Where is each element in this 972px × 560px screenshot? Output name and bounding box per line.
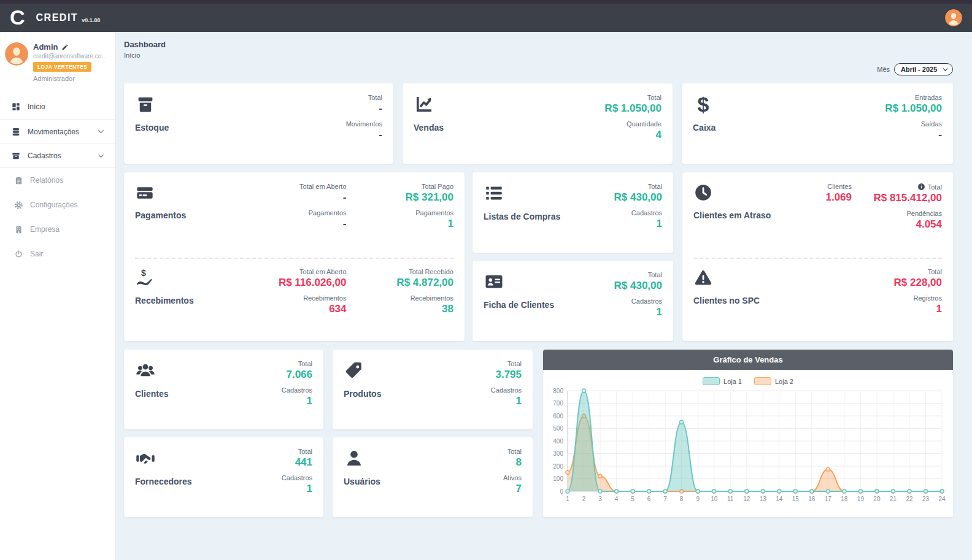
- stat-label: Total: [507, 448, 522, 455]
- dollar-icon: $: [693, 94, 714, 115]
- svg-text:0: 0: [560, 488, 563, 495]
- stat-label: Total: [368, 94, 382, 101]
- card-estoque[interactable]: Estoque Total - Movimentos -: [124, 83, 393, 164]
- svg-text:$: $: [698, 94, 709, 115]
- card-usuarios[interactable]: Usuários Total 8 Ativos 7: [333, 437, 533, 517]
- card-title: Recebimentos: [135, 296, 239, 305]
- stat-value: 4.054: [863, 218, 942, 231]
- legend-swatch: [703, 377, 720, 385]
- box-icon: [135, 94, 156, 115]
- user-name: Admin: [33, 42, 58, 52]
- main-content: Dashboard Início Mês Abril - 2025 Estoqu…: [115, 32, 972, 560]
- svg-text:16: 16: [808, 496, 816, 502]
- card-vendas[interactable]: Vendas Total R$ 1.050,00 Quantidade 4: [403, 83, 673, 164]
- sidebar-item-relatorios[interactable]: Relatórios: [0, 168, 115, 193]
- header-avatar[interactable]: [945, 9, 962, 26]
- card-listas-de-compras[interactable]: Listas de Compras Total R$ 430,00 Cadast…: [472, 172, 673, 253]
- card-pagamentos-recebimentos[interactable]: Pagamentos Total em Aberto - Pagamentos …: [124, 172, 465, 341]
- svg-text:18: 18: [841, 496, 848, 502]
- sidebar-item-label: Configurações: [30, 201, 77, 209]
- chevron-down-icon: [97, 152, 105, 160]
- sidebar-item-label: Cadastros: [28, 152, 61, 160]
- card-title: Usuários: [344, 477, 380, 486]
- stat-value: -: [250, 218, 347, 230]
- card-caixa[interactable]: $ Caixa Entradas R$ 1.050,00 Saídas -: [682, 83, 953, 164]
- legend-swatch: [754, 377, 771, 385]
- sidebar-item-inicio[interactable]: Início: [0, 94, 115, 119]
- stat-value: R$ 116.026,00: [250, 277, 347, 289]
- divider: [693, 258, 942, 259]
- sales-chart-card: Gráfico de Vendas Loja 1 Loja 2 01002003…: [543, 350, 953, 517]
- stat-label: Total: [648, 183, 662, 190]
- sidebar-item-sair[interactable]: Sair: [0, 242, 115, 266]
- sidebar: Admin credit@anronsoftware.co... LOJA VE…: [0, 32, 115, 560]
- stat-label: Cadastros: [631, 297, 662, 305]
- card-title: Ficha de Clientes: [484, 300, 554, 310]
- card-title: Pagamentos: [135, 210, 239, 220]
- month-label: Mês: [877, 66, 890, 73]
- stat-label: Cadastros: [631, 209, 662, 217]
- stat-label: Movimentos: [346, 120, 382, 128]
- svg-text:300: 300: [553, 450, 563, 457]
- card-fornecedores[interactable]: Fornecedores Total 441 Cadastros 1: [124, 437, 323, 517]
- stat-value: R$ 321,00: [358, 191, 454, 204]
- svg-text:100: 100: [553, 475, 563, 482]
- user-icon: [344, 448, 364, 469]
- stat-value: 8: [503, 456, 522, 469]
- stat-label: Total: [928, 183, 942, 191]
- credit-card-icon: [135, 183, 155, 202]
- sidebar-item-movimentacoes[interactable]: Movimentações: [0, 119, 115, 144]
- app-version: v0.1.88: [82, 17, 100, 23]
- edit-profile-icon[interactable]: [61, 44, 69, 51]
- card-title: Caixa: [693, 123, 716, 132]
- stat-value: 634: [250, 303, 347, 315]
- svg-text:15: 15: [792, 496, 800, 502]
- divider: [135, 258, 453, 259]
- sidebar-item-label: Sair: [30, 250, 43, 258]
- svg-text:14: 14: [776, 496, 783, 502]
- user-block: Admin credit@anronsoftware.co... LOJA VE…: [0, 32, 115, 88]
- stat-value: R$ 228,00: [894, 277, 942, 289]
- list-icon: [484, 183, 504, 204]
- card-atraso-spc[interactable]: Clientes em Atraso Clientes 1.069 Total …: [682, 172, 953, 341]
- stat-value: R$ 4.872,00: [358, 277, 454, 289]
- svg-text:700: 700: [553, 400, 563, 407]
- stat-value: -: [885, 129, 942, 141]
- sidebar-item-cadastros[interactable]: Cadastros: [0, 144, 115, 168]
- user-role: Administrador: [33, 75, 107, 82]
- card-title: Listas de Compras: [484, 212, 560, 221]
- stat-label: Total Recebido: [409, 268, 453, 275]
- card-title: Clientes: [135, 389, 168, 399]
- stat-value: 1: [491, 395, 522, 407]
- legend-label: Loja 2: [775, 378, 793, 385]
- stat-label: Total Pago: [422, 183, 453, 190]
- svg-text:200: 200: [553, 463, 563, 470]
- stat-label: Saídas: [921, 120, 942, 128]
- cards-row-1: Estoque Total - Movimentos - Vendas Tota…: [124, 83, 953, 164]
- card-ficha-de-clientes[interactable]: Ficha de Clientes Total R$ 430,00 Cadast…: [472, 261, 673, 341]
- cards-grid: Clientes Total 7.066 Cadastros 1 Produto…: [124, 350, 533, 517]
- warning-icon: [693, 268, 713, 288]
- sidebar-item-empresa[interactable]: Empresa: [0, 217, 115, 242]
- stat-label: Pagamentos: [309, 209, 347, 217]
- stat-value: 441: [282, 456, 312, 469]
- card-produtos[interactable]: Produtos Total 3.795 Cadastros 1: [333, 350, 533, 429]
- app-header: C CREDIT v0.1.88: [0, 4, 972, 32]
- stat-value: 1: [282, 483, 312, 495]
- stat-value: -: [346, 102, 382, 115]
- chart-legend: Loja 1 Loja 2: [543, 377, 953, 386]
- svg-text:23: 23: [922, 496, 930, 502]
- svg-text:4: 4: [615, 496, 619, 502]
- page-title: Dashboard: [124, 40, 953, 49]
- legend-item-loja1[interactable]: Loja 1: [703, 377, 742, 386]
- month-select[interactable]: Abril - 2025: [894, 63, 953, 75]
- breadcrumb: Início: [124, 52, 953, 59]
- svg-text:800: 800: [553, 388, 563, 394]
- sidebar-item-configuracoes[interactable]: Configurações: [0, 193, 115, 217]
- card-clientes[interactable]: Clientes Total 7.066 Cadastros 1: [124, 350, 323, 429]
- legend-item-loja2[interactable]: Loja 2: [754, 377, 793, 386]
- stat-value: 1: [282, 395, 312, 407]
- svg-text:1: 1: [566, 496, 569, 502]
- user-email: credit@anronsoftware.co...: [33, 53, 107, 59]
- svg-text:13: 13: [760, 496, 767, 502]
